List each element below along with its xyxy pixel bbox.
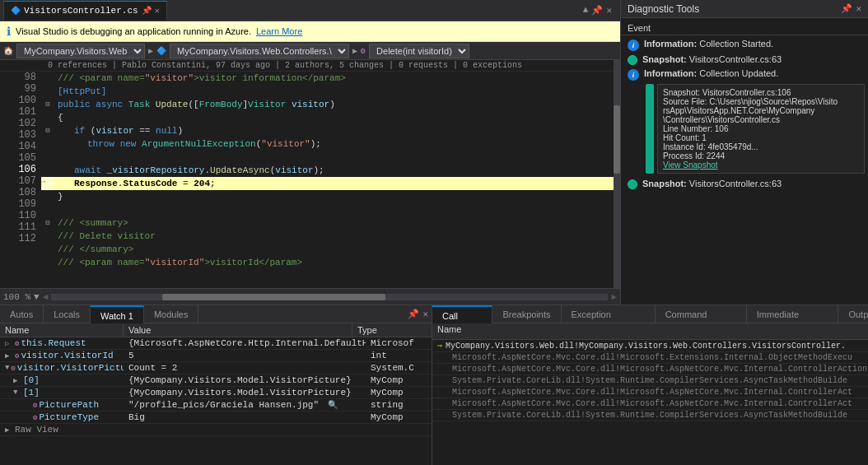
zoom-level[interactable]: 100 % (3, 292, 30, 302)
watch-row-7: ▶ Raw View (0, 424, 432, 436)
magnifier-icon[interactable]: 🔍 (328, 401, 338, 410)
watch-name-6: ⚙ PictureType (0, 412, 124, 423)
snap-hit-count: Hit Count: 1 (663, 133, 859, 142)
cs-row-3: System.Private.CoreLib.dll!System.Runtim… (432, 375, 868, 387)
view-snapshot-link[interactable]: View Snapshot (663, 160, 718, 170)
exp-99 (41, 85, 54, 98)
snap-hc-label: Hit Count: (663, 133, 699, 142)
watch-name-text-3: [0] (23, 375, 40, 385)
editor-collapse-icon[interactable]: ▲ (583, 5, 589, 16)
tab-callstack[interactable]: Call Stack (432, 305, 492, 323)
snapshot-detail-container: Snapshot: VisitorsController.cs:106 Sour… (646, 84, 865, 174)
zoom-down-icon[interactable]: ▼ (34, 292, 40, 302)
snap-instance: Instance Id: 4fe035479d... (663, 142, 859, 151)
class-icon: 🔷 (156, 46, 166, 56)
line-numbers: 98 99 100 101 102 103 104 105 106 107 10… (0, 72, 41, 288)
code-text-area[interactable]: /// <param name="visitor">visitor inform… (54, 72, 620, 288)
cs-name-4: Microsoft.AspNetCore.Mvc.Core.dll!Micros… (432, 387, 868, 398)
watch-col-header-name: Name (0, 323, 124, 337)
cs-name-text-0: MyCompany.Visitors.Web.dll!MyCompany.Vis… (446, 342, 846, 351)
watch-type-6: MyComp (366, 412, 432, 423)
cs-header: Name Lang (432, 323, 868, 340)
editor-close-icon[interactable]: ✕ (606, 5, 612, 16)
exp-102[interactable]: ⊟ (41, 124, 54, 137)
tab-breakpoints[interactable]: Breakpoints (492, 305, 561, 323)
cs-name-5: Microsoft.AspNetCore.Mvc.Core.dll!Micros… (432, 398, 868, 409)
expand-icon-4[interactable]: ▼ (13, 388, 21, 397)
exp-101 (41, 111, 54, 124)
cs-col-name: Name (432, 323, 868, 339)
editor-panel: 🔷 VisitorsController.cs 📌 ✕ ▲ 📌 ✕ ℹ Visu… (0, 0, 621, 305)
diagnostic-title: Diagnostic Tools (628, 3, 699, 15)
code-line-102: if (visitor == null) (54, 124, 620, 137)
snapshot-detail: Snapshot: VisitorsController.cs:106 Sour… (657, 84, 865, 174)
event-text-snap-bottom: Snapshot: VisitorsController.cs:63 (642, 179, 782, 188)
watch-row-4: ▼ [1] {MyCompany.Visitors.Model.VisitorP… (0, 387, 432, 399)
event-text-snap1: Snapshot: VisitorsController.cs:63 (642, 54, 782, 64)
method-dropdown[interactable]: Delete(int visitorId) (369, 44, 469, 58)
snap-process: Process Id: 2244 (663, 151, 859, 160)
editor-tab-active[interactable]: 🔷 VisitorsController.cs 📌 ✕ (3, 1, 167, 21)
watch-value-5[interactable]: "/profile_pics/Graciela Hansen.jpg" 🔍 (124, 399, 366, 411)
tab-immediate-window[interactable]: Immediate Wind... (747, 305, 839, 323)
method-icon: ⚙ (361, 46, 366, 56)
watch-row-2: ▼ ⚙ visitor.VisitorPicture Count = 2 Sys… (0, 362, 432, 374)
watch-name-3: ▶ [0] (0, 374, 124, 386)
code-area: 0 references | Pablo Constantini, 97 day… (0, 60, 620, 288)
code-scrollbar-h[interactable] (51, 294, 608, 300)
watch-name-text-5: PicturePath (39, 400, 99, 410)
cs-name-6: System.Private.CoreLib.dll!System.Runtim… (432, 410, 868, 421)
cs-tab-bar: Call Stack Breakpoints Exception Setting… (432, 305, 868, 323)
ln-108: 108 (0, 187, 36, 198)
snap-inst-value: 4fe035479d... (707, 142, 758, 151)
snap-bottom-bold: Snapshot: (642, 179, 687, 188)
tab-autos[interactable]: Autos (0, 305, 44, 323)
snap-proc-value: 2244 (707, 151, 725, 160)
tab-command-window[interactable]: Command Wind... (656, 305, 747, 323)
editor-pin-icon[interactable]: 📌 (591, 5, 603, 16)
tab-watch1[interactable]: Watch 1 (91, 305, 144, 323)
code-line-98: /// <param name="visitor">visitor inform… (54, 72, 620, 85)
learn-more-link[interactable]: Learn More (256, 26, 302, 36)
snap-bottom-plain: VisitorsController.cs:63 (689, 179, 782, 188)
tab-exception-settings[interactable]: Exception Settings (562, 305, 656, 323)
cs-current-arrow: ⇒ (437, 341, 442, 351)
watch-close-icon[interactable]: ✕ (422, 309, 428, 319)
class-dropdown[interactable]: MyCompany.Visitors.Web.Controllers.\ (170, 44, 349, 58)
watch-row-3: ▶ [0] {MyCompany.Visitors.Model.VisitorP… (0, 374, 432, 387)
tab-close-icon[interactable]: ✕ (155, 6, 160, 16)
watch-pin-icon[interactable]: 📌 (408, 309, 419, 319)
cs-row-4: Microsoft.AspNetCore.Mvc.Core.dll!Micros… (432, 387, 868, 398)
watch-type-1: int (366, 350, 432, 361)
code-line-111: /// </summary> (54, 243, 620, 256)
expand-icon-1[interactable]: ▶ (5, 351, 13, 360)
watch-value-0[interactable]: {Microsoft.AspNetCore.Http.Internal.Defa… (124, 337, 366, 349)
tab-locals[interactable]: Locals (44, 305, 91, 323)
tab-output[interactable]: Output (838, 305, 868, 323)
code-scrollbar-v[interactable] (614, 72, 620, 288)
ln-112: 112 (0, 233, 36, 244)
expand-icon-2[interactable]: ▼ (5, 364, 9, 372)
diagnostic-events: Event i Information: Collection Started.… (621, 18, 868, 305)
watch-name-1: ▶ ⚙ visitor.VisitorId (0, 350, 124, 361)
tab-modules[interactable]: Modules (144, 305, 199, 323)
exp-108 (41, 203, 54, 216)
watch-name-2: ▼ ⚙ visitor.VisitorPicture (0, 362, 124, 374)
diagnostic-panel: Diagnostic Tools 📌 ✕ Event i Information… (621, 0, 868, 305)
exp-100[interactable]: ⊟ (41, 98, 54, 111)
watch-name-0: ▷ ⚙ this.Request (0, 337, 124, 349)
ln-103: 103 (0, 129, 36, 141)
diag-close-icon[interactable]: ✕ (856, 3, 861, 14)
expand-icon-3[interactable]: ▶ (13, 376, 21, 385)
event-text-2: Information: Collection Updated. (644, 68, 778, 78)
expand-icon-7[interactable]: ▶ (5, 425, 13, 435)
exp-109[interactable]: ⊟ (41, 216, 54, 230)
watch-value-1[interactable]: 5 (124, 350, 366, 361)
code-lines-container: 98 99 100 101 102 103 104 105 106 107 10… (0, 72, 620, 288)
expand-icon-0[interactable]: ▷ (5, 339, 13, 348)
diag-pin-icon[interactable]: 📌 (841, 3, 852, 14)
namespace-dropdown[interactable]: MyCompany.Visitors.Web (16, 44, 145, 58)
cs-name-0: ⇒ MyCompany.Visitors.Web.dll!MyCompany.V… (432, 340, 868, 351)
snap-view-link[interactable]: View Snapshot (663, 160, 859, 170)
prop-icon-2: ⚙ (11, 364, 15, 373)
